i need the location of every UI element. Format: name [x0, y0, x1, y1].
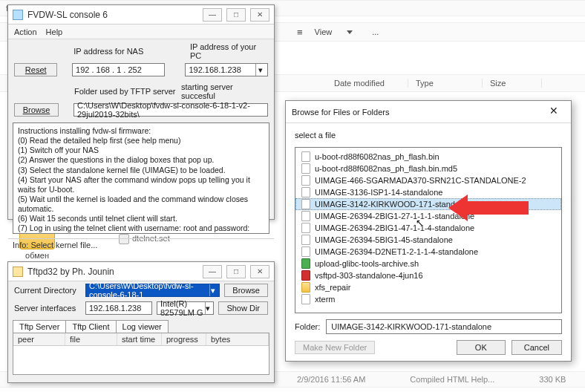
- file-item[interactable]: UIMAGE-3142-KIRKWOOD-171-standalone: [295, 198, 561, 210]
- iface-nic[interactable]: Intel(R) 82579LM G▾: [157, 301, 214, 315]
- file-type: Compiled HTML Help...: [410, 375, 494, 384]
- file-item[interactable]: UIMAGE-466-SGARMADA370-SRN21C-STANDALONE…: [295, 174, 561, 186]
- browse-dialog: Browse for Files or Folders ✕ select a f…: [285, 100, 572, 362]
- browse-button[interactable]: Browse: [224, 284, 268, 297]
- file-icon: [301, 258, 310, 269]
- file-name: u-boot-rd88f6082nas_ph_flash.bin: [315, 152, 439, 161]
- file-name: u-boot-rd88f6082nas_ph_flash.bin.md5: [315, 164, 457, 173]
- ip-nas-label: IP address for NAS: [73, 47, 168, 56]
- col-bytes[interactable]: bytes: [206, 333, 269, 345]
- minimize-button[interactable]: —: [203, 8, 222, 22]
- maximize-button[interactable]: □: [226, 265, 246, 278]
- file-name: xfs_repair: [315, 283, 350, 292]
- file-icon: [301, 151, 310, 162]
- status-label: starting server succesful: [181, 82, 268, 100]
- more-menu[interactable]: ...: [372, 27, 379, 36]
- folder-label: Folder used by TFTP server: [74, 87, 177, 96]
- ip-pc-input[interactable]: 192.168.1.238▾: [185, 63, 268, 76]
- file-name: xterm: [315, 295, 336, 304]
- chevron-down-icon[interactable]: ▾: [255, 64, 264, 76]
- col-type[interactable]: Type: [408, 79, 483, 88]
- window-title: Tftpd32 by Ph. Jounin: [27, 267, 198, 277]
- instructions-text: Instructions installing fvdw-sl firmware…: [13, 122, 269, 234]
- folder-label: Folder:: [295, 322, 320, 331]
- file-item[interactable]: UIMAGE-26394-2BIG1-47-1-1-4-standalone: [295, 222, 561, 234]
- tab-tftp-client[interactable]: Tftp Client: [65, 320, 116, 333]
- tftpd-window: Tftpd32 by Ph. Jounin — □ ✕ Current Dire…: [7, 261, 275, 383]
- file-name: UIMAGE-26394-D2NET1-2-1-1-4-standalone: [315, 247, 478, 256]
- file-item[interactable]: u-boot-rd88f6082nas_ph_flash.bin.md5: [295, 163, 561, 174]
- file-item[interactable]: vsftpd-303-standalone-4jun16: [295, 270, 561, 281]
- view-menu[interactable]: View: [315, 27, 333, 36]
- file-item[interactable]: UIMAGE-3136-ISP1-14-standalone: [295, 186, 561, 198]
- menu-help[interactable]: Help: [46, 27, 63, 36]
- info-bar: Info: Select kernel file...: [8, 238, 274, 251]
- chevron-down-icon[interactable]: ▾: [209, 284, 216, 296]
- file-list[interactable]: u-boot-rd88f6082nas_ph_flash.binu-boot-r…: [295, 147, 562, 313]
- chevron-down-icon[interactable]: ▾: [205, 302, 211, 314]
- file-icon: [301, 187, 310, 197]
- curdir-label: Current Directory: [14, 286, 81, 295]
- close-button[interactable]: ✕: [250, 265, 269, 278]
- folder-input[interactable]: C:\Users\W\Desktop\fvdw-sl-console-6-18-…: [73, 103, 268, 117]
- dialog-subtitle: select a file: [295, 131, 562, 140]
- new-folder-button[interactable]: Make New Folder: [295, 341, 375, 354]
- col-size[interactable]: Size: [483, 79, 542, 88]
- transfers-table: peer file start time progress bytes: [13, 333, 269, 375]
- ip-pc-label: IP address of your PC: [190, 42, 268, 60]
- file-icon: [301, 294, 310, 304]
- col-peer[interactable]: peer: [13, 333, 65, 345]
- file-icon: [301, 235, 310, 245]
- file-date: 2/9/2016 11:56 AM: [297, 375, 365, 384]
- browse-button[interactable]: Browse: [14, 103, 59, 117]
- window-title: FVDW-SL console 6: [27, 10, 198, 20]
- tab-tftp-server[interactable]: Tftp Server: [13, 320, 66, 333]
- app-icon: [13, 267, 23, 277]
- minimize-button[interactable]: —: [203, 265, 222, 278]
- iface-label: Server interfaces: [14, 304, 81, 313]
- file-item[interactable]: UIMAGE-26394-5BIG1-45-standalone: [295, 234, 561, 246]
- curdir-input[interactable]: C:\Users\W\Desktop\fvdw-sl-console-6-18-…: [85, 284, 220, 297]
- file-item[interactable]: xterm: [295, 293, 561, 305]
- close-button[interactable]: ✕: [543, 105, 565, 120]
- menu-action[interactable]: Action: [14, 27, 37, 36]
- file-item[interactable]: UIMAGE-26394-2BIG1-27-1-1-1-standalone: [295, 210, 561, 222]
- file-item[interactable]: xfs_repair: [295, 281, 561, 293]
- console-window: FVDW-SL console 6 — □ ✕ Action Help IP a…: [7, 4, 275, 220]
- col-progress[interactable]: progress: [162, 333, 206, 345]
- col-date[interactable]: Date modified: [327, 79, 408, 88]
- app-icon: [13, 10, 23, 20]
- maximize-button[interactable]: □: [226, 8, 246, 22]
- col-file[interactable]: file: [65, 333, 117, 345]
- file-icon: [301, 211, 310, 221]
- ip-nas-input[interactable]: 192 . 168 . 1 . 252: [72, 63, 165, 76]
- file-icon: [301, 270, 310, 281]
- file-name: UIMAGE-26394-2BIG1-27-1-1-1-standalone: [315, 212, 474, 220]
- file-icon: [301, 282, 310, 293]
- file-name: UIMAGE-3136-ISP1-14-standalone: [315, 188, 442, 197]
- file-icon: [301, 175, 310, 186]
- file-name: UIMAGE-466-SGARMADA370-SRN21C-STANDALONE…: [315, 176, 526, 185]
- file-name: vsftpd-303-standalone-4jun16: [315, 271, 423, 280]
- folder-value[interactable]: UIMAGE-3142-KIRKWOOD-171-standalone: [326, 319, 562, 334]
- showdir-button[interactable]: Show Dir: [218, 301, 268, 315]
- file-item[interactable]: upload-glibc-tools-archive.sh: [295, 258, 561, 270]
- dialog-title: Browse for Files or Folders: [292, 108, 389, 117]
- file-icon: [301, 246, 310, 257]
- file-icon: [301, 223, 310, 233]
- file-item[interactable]: UIMAGE-26394-D2NET1-2-1-1-4-standalone: [295, 246, 561, 258]
- tab-log-viewer[interactable]: Log viewer: [116, 320, 169, 333]
- col-start[interactable]: start time: [117, 333, 162, 345]
- file-icon: [301, 199, 310, 209]
- iface-ip[interactable]: 192.168.1.238: [85, 301, 152, 315]
- file-name: UIMAGE-26394-5BIG1-45-standalone: [315, 235, 453, 244]
- cancel-button[interactable]: Cancel: [512, 340, 562, 355]
- file-size: 330 KB: [539, 375, 566, 384]
- close-button[interactable]: ✕: [250, 8, 269, 22]
- file-icon: [301, 163, 310, 174]
- file-name: UIMAGE-26394-2BIG1-47-1-1-4-standalone: [315, 223, 474, 232]
- reset-button[interactable]: Reset: [14, 63, 57, 76]
- file-item[interactable]: u-boot-rd88f6082nas_ph_flash.bin: [295, 151, 561, 163]
- file-name: UIMAGE-3142-KIRKWOOD-171-standalone: [315, 200, 475, 209]
- ok-button[interactable]: OK: [457, 340, 506, 355]
